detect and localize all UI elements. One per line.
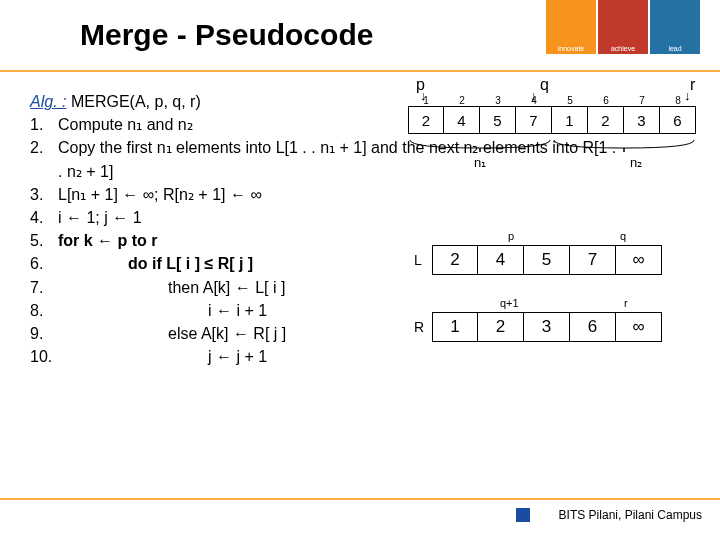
val-cell: 2 bbox=[588, 106, 624, 134]
arr-cell: 6 bbox=[570, 312, 616, 342]
line-num: 8. bbox=[30, 299, 58, 322]
n1-label: n₁ bbox=[474, 155, 486, 170]
arr-cell: ∞ bbox=[616, 245, 662, 275]
line-text: for k ← p to r bbox=[58, 229, 158, 252]
line-text: Compute n₁ and n₂ bbox=[58, 113, 193, 136]
val-cell: 4 bbox=[444, 106, 480, 134]
arr-cell: 5 bbox=[524, 245, 570, 275]
alg-label: Alg. : bbox=[30, 93, 66, 110]
slide-title: Merge - Pseudocode bbox=[80, 18, 373, 52]
idx-cell: 5 bbox=[552, 95, 588, 106]
idx-cell: 4 bbox=[516, 95, 552, 106]
line-text: then A[k] ← L[ i ] bbox=[58, 276, 285, 299]
main-array: 1 2 3 4 5 6 7 8 2 4 5 7 1 2 3 6 bbox=[408, 95, 696, 134]
line-text: else A[k] ← R[ j ] bbox=[58, 322, 286, 345]
alg-signature: MERGE(A, p, q, r) bbox=[66, 93, 200, 110]
idx-cell: 2 bbox=[444, 95, 480, 106]
logo-achieve: achieve bbox=[598, 0, 648, 54]
small-r: r bbox=[624, 297, 628, 309]
idx-cell: 6 bbox=[588, 95, 624, 106]
arr-cell: 3 bbox=[524, 312, 570, 342]
L-array: 2 4 5 7 ∞ bbox=[432, 245, 662, 275]
L-label: L bbox=[414, 252, 422, 268]
logo-lead: lead bbox=[650, 0, 700, 54]
line-num: 6. bbox=[30, 252, 58, 275]
footer-text: BITS Pilani, Pilani Campus bbox=[559, 508, 702, 522]
arr-cell: 7 bbox=[570, 245, 616, 275]
R-array: 1 2 3 6 ∞ bbox=[432, 312, 662, 342]
line-num: 10. bbox=[30, 345, 58, 368]
line-text: L[n₁ + 1] ← ∞; R[n₂ + 1] ← ∞ bbox=[58, 183, 262, 206]
small-q1: q+1 bbox=[500, 297, 519, 309]
arr-cell: 2 bbox=[432, 245, 478, 275]
brace-icon bbox=[408, 138, 698, 158]
logo-innovate: innovate bbox=[546, 0, 596, 54]
arr-cell: 1 bbox=[432, 312, 478, 342]
val-cell: 3 bbox=[624, 106, 660, 134]
title-underline bbox=[0, 70, 720, 72]
line-num: 1. bbox=[30, 113, 58, 136]
arr-cell: 2 bbox=[478, 312, 524, 342]
idx-cell: 1 bbox=[408, 95, 444, 106]
logo-group: innovate achieve lead bbox=[546, 0, 700, 54]
arr-cell: ∞ bbox=[616, 312, 662, 342]
line-num: 7. bbox=[30, 276, 58, 299]
footer-line bbox=[0, 498, 720, 500]
line-text: i ← i + 1 bbox=[58, 299, 267, 322]
line-num: 4. bbox=[30, 206, 58, 229]
line-num: 9. bbox=[30, 322, 58, 345]
footer-logo-icon bbox=[516, 508, 530, 522]
q-label: q bbox=[540, 76, 549, 94]
arr-cell: 4 bbox=[478, 245, 524, 275]
line-num: 3. bbox=[30, 183, 58, 206]
R-label: R bbox=[414, 319, 424, 335]
val-cell: 6 bbox=[660, 106, 696, 134]
line-num: 5. bbox=[30, 229, 58, 252]
r-label: r bbox=[690, 76, 695, 94]
line-text: i ← 1; j ← 1 bbox=[58, 206, 142, 229]
slide: Merge - Pseudocode innovate achieve lead… bbox=[0, 0, 720, 540]
line-text: do if L[ i ] ≤ R[ j ] bbox=[58, 252, 253, 275]
n2-label: n₂ bbox=[630, 155, 642, 170]
line-text: j ← j + 1 bbox=[58, 345, 267, 368]
line-num: 2. bbox=[30, 136, 58, 182]
idx-cell: 3 bbox=[480, 95, 516, 106]
val-cell: 1 bbox=[552, 106, 588, 134]
val-cell: 7 bbox=[516, 106, 552, 134]
idx-cell: 7 bbox=[624, 95, 660, 106]
val-cell: 2 bbox=[408, 106, 444, 134]
small-q: q bbox=[620, 230, 626, 242]
val-cell: 5 bbox=[480, 106, 516, 134]
small-p: p bbox=[508, 230, 514, 242]
idx-cell: 8 bbox=[660, 95, 696, 106]
